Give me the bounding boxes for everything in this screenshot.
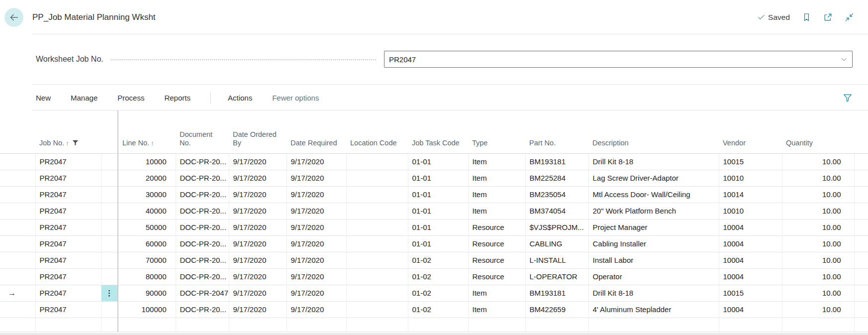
cell-part-no[interactable]: BM374054 (525, 203, 588, 219)
cell-vendor[interactable]: 10004 (719, 235, 782, 252)
cell-description[interactable]: Project Manager (588, 219, 719, 235)
cell-job-task-code[interactable]: 01-01 (408, 203, 468, 219)
cell-type[interactable]: Item (468, 203, 525, 219)
header-document-no[interactable]: Document No. (176, 111, 229, 153)
cell-line-no[interactable] (118, 318, 176, 332)
cell-date-ordered-by[interactable]: 9/17/2020 (229, 268, 287, 285)
row-selector-cell[interactable] (0, 235, 35, 252)
table-row[interactable]: PR2047 70000 DOC-PR-20... 9/17/2020 9/17… (0, 252, 868, 268)
worksheet-job-combobox[interactable] (384, 51, 853, 68)
worksheet-job-input[interactable] (385, 55, 835, 64)
cell-description[interactable]: Mtl Access Door- Wall/Ceiling (588, 186, 719, 203)
row-menu-cell[interactable] (101, 318, 118, 332)
cell-type[interactable]: Resource (468, 219, 525, 235)
cell-job-task-code[interactable]: 01-01 (408, 170, 468, 186)
cell-vendor[interactable]: 10010 (719, 203, 782, 219)
cell-date-required[interactable]: 9/17/2020 (287, 170, 346, 186)
header-job-task-code[interactable]: Job Task Code (408, 111, 468, 153)
cell-type[interactable]: Item (468, 170, 525, 186)
row-menu-cell[interactable] (101, 170, 118, 186)
cell-description[interactable]: 20" Work Platform Bench (588, 203, 719, 219)
bookmark-button[interactable] (802, 12, 811, 22)
cell-location-code[interactable] (346, 153, 408, 170)
menu-process[interactable]: Process (117, 94, 144, 102)
table-row[interactable]: PR2047 60000 DOC-PR-20... 9/17/2020 9/17… (0, 235, 868, 252)
cell-part-no[interactable]: L-OPERATOR (525, 268, 588, 285)
cell-type[interactable]: Item (468, 153, 525, 170)
cell-job-no[interactable]: PR2047 (35, 252, 101, 268)
cell-job-no[interactable]: PR2047 (35, 268, 101, 285)
cell-quantity[interactable]: 10.00 (782, 268, 854, 285)
menu-reports[interactable]: Reports (164, 94, 191, 102)
cell-date-ordered-by[interactable]: 9/17/2020 (229, 285, 287, 301)
cell-date-ordered-by[interactable] (229, 318, 287, 332)
header-location-code[interactable]: Location Code (346, 111, 408, 153)
back-button[interactable] (4, 8, 23, 27)
table-row[interactable]: PR2047 10000 DOC-PR-20... 9/17/2020 9/17… (0, 153, 868, 170)
cell-date-ordered-by[interactable]: 9/17/2020 (229, 170, 287, 186)
cell-location-code[interactable] (346, 285, 408, 301)
row-selector-cell[interactable] (0, 203, 35, 219)
header-date-ordered-by[interactable]: Date Ordered By (229, 111, 287, 153)
cell-document-no[interactable]: DOC-PR-20... (176, 301, 229, 318)
cell-quantity[interactable]: 10.00 (782, 235, 854, 252)
cell-location-code[interactable] (346, 318, 408, 332)
table-row[interactable]: PR2047 40000 DOC-PR-20... 9/17/2020 9/17… (0, 203, 868, 219)
cell-type[interactable]: Item (468, 301, 525, 318)
menu-actions[interactable]: Actions (228, 94, 252, 102)
cell-date-ordered-by[interactable]: 9/17/2020 (229, 252, 287, 268)
cell-date-ordered-by[interactable]: 9/17/2020 (229, 219, 287, 235)
cell-date-required[interactable]: 9/17/2020 (287, 153, 346, 170)
header-description[interactable]: Description (588, 111, 719, 153)
cell-line-no[interactable]: 60000 (118, 235, 176, 252)
menu-manage[interactable]: Manage (71, 94, 97, 102)
cell-vendor[interactable] (719, 318, 782, 332)
header-date-required[interactable]: Date Required (287, 111, 346, 153)
row-selector-cell[interactable] (0, 318, 35, 332)
cell-vendor[interactable]: 10004 (719, 268, 782, 285)
cell-date-required[interactable]: 9/17/2020 (287, 186, 346, 203)
cell-job-task-code[interactable]: 01-02 (408, 285, 468, 301)
cell-part-no[interactable] (525, 318, 588, 332)
cell-description[interactable]: Operator (588, 268, 719, 285)
cell-date-ordered-by[interactable]: 9/17/2020 (229, 235, 287, 252)
cell-job-no[interactable]: PR2047 (35, 170, 101, 186)
cell-vendor[interactable]: 10014 (719, 186, 782, 203)
cell-type[interactable]: Resource (468, 252, 525, 268)
cell-job-no[interactable]: PR2047 (35, 203, 101, 219)
cell-job-no[interactable] (35, 318, 101, 332)
header-part-no[interactable]: Part No. (525, 111, 588, 153)
cell-job-task-code[interactable]: 01-02 (408, 301, 468, 318)
header-type[interactable]: Type (468, 111, 525, 153)
cell-line-no[interactable]: 30000 (118, 186, 176, 203)
header-quantity[interactable]: Quantity (782, 111, 854, 153)
cell-description[interactable]: Cabling Installer (588, 235, 719, 252)
cell-quantity[interactable]: 10.00 (782, 186, 854, 203)
header-line-no[interactable]: Line No.↑ (118, 111, 176, 153)
cell-quantity[interactable]: 10.00 (782, 301, 854, 318)
row-menu-cell[interactable] (101, 219, 118, 235)
cell-vendor[interactable]: 10010 (719, 170, 782, 186)
cell-location-code[interactable] (346, 170, 408, 186)
menu-new[interactable]: New (36, 94, 51, 102)
row-menu-button[interactable]: ⋮ (101, 285, 118, 301)
fewer-options-button[interactable]: Fewer options (272, 94, 319, 102)
cell-vendor[interactable]: 10004 (719, 219, 782, 235)
cell-job-task-code[interactable]: 01-02 (408, 252, 468, 268)
table-row[interactable]: PR2047 50000 DOC-PR-20... 9/17/2020 9/17… (0, 219, 868, 235)
cell-job-no[interactable]: PR2047 (35, 219, 101, 235)
cell-location-code[interactable] (346, 268, 408, 285)
cell-date-required[interactable]: 9/17/2020 (287, 235, 346, 252)
cell-line-no[interactable]: 40000 (118, 203, 176, 219)
cell-location-code[interactable] (346, 235, 408, 252)
header-vendor[interactable]: Vendor (719, 111, 782, 153)
table-row[interactable]: PR2047 30000 DOC-PR-20... 9/17/2020 9/17… (0, 186, 868, 203)
open-in-new-window-button[interactable] (823, 12, 833, 22)
row-selector-cell[interactable] (0, 186, 35, 203)
row-menu-cell[interactable] (101, 301, 118, 318)
cell-date-ordered-by[interactable]: 9/17/2020 (229, 301, 287, 318)
cell-document-no[interactable]: DOC-PR-20... (176, 219, 229, 235)
cell-location-code[interactable] (346, 301, 408, 318)
cell-document-no[interactable]: DOC-PR-20... (176, 268, 229, 285)
cell-job-task-code[interactable]: 01-02 (408, 268, 468, 285)
